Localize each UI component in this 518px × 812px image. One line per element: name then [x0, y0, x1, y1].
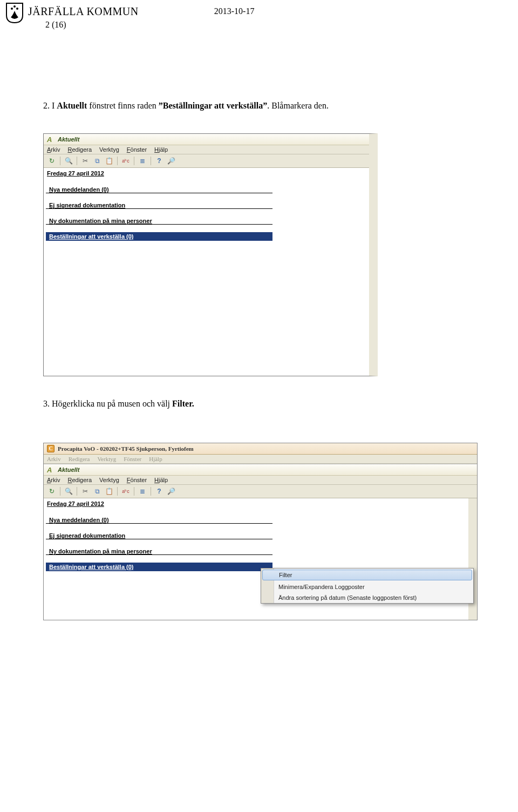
copy-icon[interactable]: ⧉ — [92, 156, 102, 166]
cut-icon[interactable]: ✂ — [80, 156, 90, 166]
org-name: JÄRFÄLLA KOMMUN — [28, 5, 139, 18]
menu-arkiv[interactable]: Arkiv — [47, 146, 60, 153]
app-icon: A — [47, 136, 54, 143]
refresh-icon[interactable]: ↻ — [47, 486, 57, 496]
jarfalla-logo-icon — [5, 2, 24, 24]
row-ej-signerad[interactable]: Ej signerad dokumentation — [46, 524, 272, 539]
abc-icon[interactable]: aᵇc — [121, 156, 131, 166]
outer-title: Procapita VoO - 020202+TF45 Sjukperson, … — [58, 445, 194, 452]
win2-titlebar: A Aktuellt — [44, 464, 477, 476]
row-bestallningar-selected[interactable]: Beställningar att verkställa (0) — [46, 232, 272, 241]
menu-hjalp[interactable]: Hjälp — [154, 477, 168, 483]
row-ny-dokumentation[interactable]: Ny dokumentation på mina personer — [46, 539, 272, 555]
win1-date-header: Fredag 27 april 2012 — [44, 168, 369, 178]
screenshot-2-window: A Aktuellt Arkiv Redigera Verktyg Fönste… — [44, 464, 477, 620]
sliders-icon[interactable]: ≣ — [138, 486, 147, 496]
svg-point-2 — [13, 5, 16, 8]
win2-date-header: Fredag 27 april 2012 — [44, 498, 468, 508]
row-ej-signerad[interactable]: Ej signerad dokumentation — [46, 193, 272, 209]
win1-menubar: Arkiv Redigera Verktyg Fönster Hjälp — [44, 145, 369, 154]
refresh-icon[interactable]: ↻ — [47, 156, 57, 166]
copy-icon[interactable]: ⧉ — [92, 486, 102, 496]
row-nya-meddelanden[interactable]: Nya meddelanden (0) — [46, 508, 272, 524]
separator-icon — [134, 487, 134, 496]
menu-arkiv[interactable]: Arkiv — [47, 456, 61, 462]
menu-verktyg[interactable]: Verktyg — [99, 477, 119, 483]
menu-redigera[interactable]: Redigera — [67, 146, 92, 153]
help-icon[interactable]: ? — [154, 156, 164, 166]
menu-hjalp[interactable]: Hjälp — [154, 146, 168, 153]
menu-redigera[interactable]: Redigera — [67, 477, 92, 483]
search-globe-icon[interactable]: 🔎 — [166, 156, 176, 166]
screenshot-2-outer: C Procapita VoO - 020202+TF45 Sjukperson… — [43, 443, 478, 620]
app-icon: A — [47, 466, 54, 473]
binoculars-icon[interactable]: 🔍 — [64, 156, 73, 166]
win1-toolbar: ↻ 🔍 ✂ ⧉ 📋 aᵇc ≣ ? 🔎 — [44, 154, 369, 168]
row-ny-dokumentation[interactable]: Ny dokumentation på mina personer — [46, 209, 272, 225]
binoculars-icon[interactable]: 🔍 — [64, 486, 73, 496]
document-header: JÄRFÄLLA KOMMUN 2013-10-17 2 (16) — [5, 2, 475, 30]
cut-icon[interactable]: ✂ — [80, 486, 90, 496]
menu-redigera[interactable]: Redigera — [69, 456, 90, 462]
sliders-icon[interactable]: ≣ — [138, 156, 147, 166]
context-item-minimera[interactable]: Minimera/Expandera Loggposter — [261, 581, 473, 592]
page-number: 2 (16) — [45, 20, 254, 30]
svg-point-1 — [16, 8, 18, 10]
help-icon[interactable]: ? — [154, 486, 164, 496]
separator-icon — [60, 487, 60, 496]
outer-menubar: Arkiv Redigera Verktyg Fönster Hjälp — [44, 455, 477, 464]
procapita-icon: C — [47, 445, 54, 452]
svg-point-0 — [11, 8, 13, 10]
outer-titlebar: C Procapita VoO - 020202+TF45 Sjukperson… — [44, 443, 477, 455]
win2-toolbar: ↻ 🔍 ✂ ⧉ 📋 aᵇc ≣ ? 🔎 — [44, 485, 477, 498]
menu-fonster[interactable]: Fönster — [127, 146, 147, 153]
header-date: 2013-10-17 — [214, 6, 255, 18]
document-page: JÄRFÄLLA KOMMUN 2013-10-17 2 (16) 2. I A… — [0, 0, 518, 642]
row-bestallningar-selected[interactable]: Beställningar att verkställa (0) — [46, 563, 272, 571]
separator-icon — [151, 157, 151, 165]
menu-verktyg[interactable]: Verktyg — [99, 146, 119, 153]
separator-icon — [151, 487, 151, 496]
separator-icon — [117, 487, 118, 496]
screenshot-1-window: A Aktuellt Arkiv Redigera Verktyg Fönste… — [43, 133, 378, 376]
separator-icon — [77, 157, 77, 165]
blank-area — [44, 604, 468, 620]
step-3-text: 3. Högerklicka nu på musen och välj Filt… — [43, 398, 475, 410]
menu-fonster[interactable]: Fönster — [124, 456, 141, 462]
context-item-sortering[interactable]: Ändra sortering på datum (Senaste loggpo… — [261, 592, 473, 603]
win2-menubar: Arkiv Redigera Verktyg Fönster Hjälp — [44, 476, 477, 485]
menu-arkiv[interactable]: Arkiv — [47, 477, 60, 483]
abc-icon[interactable]: aᵇc — [121, 486, 131, 496]
context-menu: Filter Minimera/Expandera Loggposter Änd… — [261, 568, 474, 604]
menu-verktyg[interactable]: Verktyg — [97, 456, 116, 462]
win1-titlebar: A Aktuellt — [44, 134, 369, 145]
context-item-filter[interactable]: Filter — [262, 570, 472, 580]
separator-icon — [117, 157, 118, 165]
menu-fonster[interactable]: Fönster — [127, 477, 147, 483]
blank-area — [44, 241, 369, 376]
menu-hjalp[interactable]: Hjälp — [149, 456, 162, 462]
separator-icon — [60, 157, 60, 165]
search-globe-icon[interactable]: 🔎 — [166, 486, 176, 496]
win1-content: Fredag 27 april 2012 Nya meddelanden (0)… — [44, 168, 369, 376]
win1-title: Aktuellt — [58, 136, 79, 143]
win2-content: Fredag 27 april 2012 Nya meddelanden (0)… — [44, 498, 477, 620]
separator-icon — [134, 157, 134, 165]
paste-icon[interactable]: 📋 — [104, 156, 114, 166]
paste-icon[interactable]: 📋 — [104, 486, 114, 496]
step-2-text: 2. I Aktuellt fönstret finns raden ”Best… — [43, 100, 475, 112]
row-nya-meddelanden[interactable]: Nya meddelanden (0) — [46, 178, 272, 193]
separator-icon — [77, 487, 77, 496]
win2-title: Aktuellt — [58, 466, 79, 473]
